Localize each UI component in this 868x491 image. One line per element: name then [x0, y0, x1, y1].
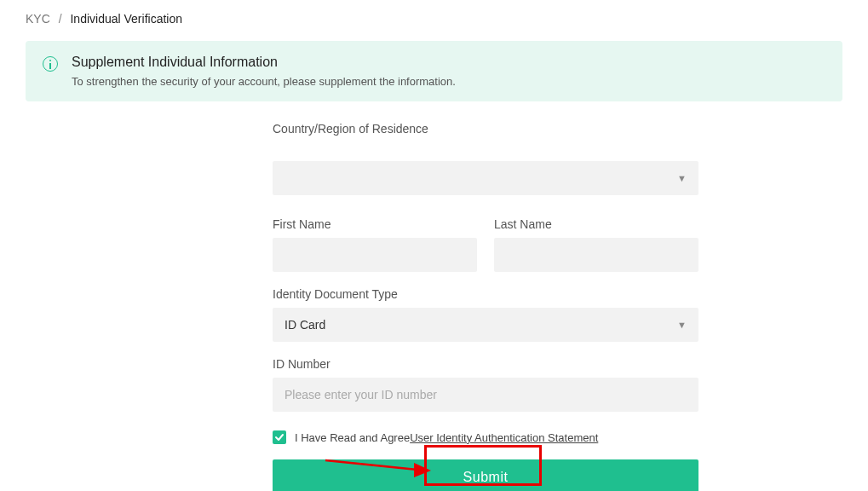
chevron-down-icon: ▼ [677, 173, 687, 183]
doc-type-label: Identity Document Type [273, 287, 698, 301]
banner-subtitle: To strengthen the security of your accou… [72, 75, 456, 88]
breadcrumb-parent[interactable]: KYC [26, 12, 50, 26]
agree-checkbox[interactable] [273, 430, 286, 444]
submit-label: Submit [463, 470, 509, 485]
breadcrumb-separator: / [59, 12, 62, 26]
first-name-input[interactable] [273, 238, 477, 272]
doc-type-field-group: Identity Document Type ID Card ▼ [273, 287, 698, 342]
name-row: First Name Last Name [273, 217, 698, 272]
last-name-label: Last Name [494, 217, 698, 231]
country-select[interactable]: ▼ [273, 161, 698, 195]
chevron-down-icon: ▼ [677, 320, 687, 330]
info-banner: Supplement Individual Information To str… [26, 41, 842, 101]
id-number-input[interactable] [273, 378, 698, 412]
doc-type-select[interactable]: ID Card ▼ [273, 308, 698, 342]
country-field-group: Country/Region of Residence ▼ [273, 122, 698, 195]
check-icon [274, 432, 285, 442]
verification-form: Country/Region of Residence ▼ First Name… [273, 122, 698, 491]
breadcrumb: KYC / Individual Verification [26, 12, 842, 26]
info-icon [43, 56, 58, 72]
breadcrumb-current: Individual Verification [70, 12, 182, 26]
submit-button[interactable]: Submit [273, 459, 698, 491]
agree-link[interactable]: User Identity Authentication Statement [410, 431, 598, 444]
agree-prefix: I Have Read and Agree [295, 431, 410, 444]
country-label: Country/Region of Residence [273, 122, 698, 136]
banner-title: Supplement Individual Information [72, 55, 456, 70]
agree-row: I Have Read and AgreeUser Identity Authe… [273, 430, 698, 444]
id-number-field-group: ID Number [273, 357, 698, 412]
id-number-label: ID Number [273, 357, 698, 371]
last-name-input[interactable] [494, 238, 698, 272]
doc-type-select-value: ID Card [285, 318, 325, 332]
first-name-label: First Name [273, 217, 477, 231]
